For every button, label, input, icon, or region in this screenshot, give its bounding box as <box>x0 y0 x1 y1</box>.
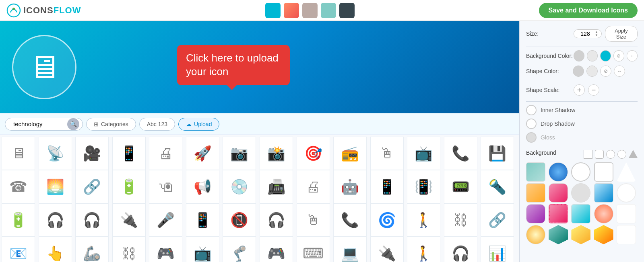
icon-cell[interactable]: 🚶 <box>407 237 440 262</box>
gloss-toggle[interactable] <box>526 132 537 143</box>
icon-cell[interactable]: 📳 <box>407 170 440 203</box>
icon-cell[interactable]: ☎ <box>2 170 35 203</box>
size-arrows[interactable]: ▲▼ <box>595 31 598 37</box>
icon-cell[interactable]: 🔋 <box>112 170 146 203</box>
icon-cell[interactable]: 🚶 <box>407 203 440 237</box>
bg-option[interactable] <box>526 162 545 182</box>
icon-cell[interactable]: 🎮 <box>149 237 182 262</box>
bg-color-no-icon[interactable]: ⊘ <box>613 50 624 61</box>
icon-cell[interactable]: 📞 <box>444 137 477 170</box>
bg-color-swatch-2[interactable] <box>587 50 598 61</box>
icon-cell[interactable]: 📷 <box>223 137 256 170</box>
icon-cell[interactable]: 🔌 <box>112 203 146 237</box>
bg-shape-square[interactable] <box>584 150 592 159</box>
bg-shape-circle[interactable] <box>606 150 615 159</box>
swatch-beige[interactable] <box>302 3 318 18</box>
icon-cell[interactable]: 🌀 <box>370 203 404 237</box>
hero-banner[interactable]: 🖥 Click here to upload your icon <box>0 21 519 113</box>
icon-cell[interactable]: 📡 <box>39 137 72 170</box>
icon-cell[interactable]: 🖱 <box>370 137 404 170</box>
swatch-dark[interactable] <box>339 3 355 18</box>
bg-option[interactable] <box>571 162 590 182</box>
icon-cell[interactable]: 📧 <box>2 237 35 262</box>
shape-color-picker-icon[interactable]: ↔ <box>614 66 625 77</box>
icon-cell[interactable]: 📢 <box>186 170 219 203</box>
bg-color-swatch-1[interactable] <box>574 50 584 61</box>
search-input[interactable] <box>11 118 67 130</box>
icon-cell[interactable]: 🎮 <box>260 237 293 262</box>
icon-cell[interactable]: 🔗 <box>75 170 109 203</box>
bg-shape-triangle[interactable] <box>629 150 638 158</box>
icon-cell[interactable]: ⌨ <box>297 237 330 262</box>
icon-cell[interactable]: 💾 <box>481 137 514 170</box>
bg-option[interactable] <box>594 225 613 244</box>
icon-cell[interactable]: 🎯 <box>297 137 330 170</box>
icon-cell[interactable]: 💿 <box>223 170 256 203</box>
bg-option[interactable] <box>617 162 636 182</box>
bg-option[interactable] <box>526 225 545 244</box>
icon-cell[interactable]: 💻 <box>333 237 367 262</box>
inner-shadow-toggle[interactable] <box>526 105 537 115</box>
bg-option[interactable] <box>549 225 568 244</box>
search-button[interactable]: 🔍 <box>67 118 79 130</box>
bg-option[interactable] <box>617 183 636 203</box>
icon-cell[interactable]: 📠 <box>260 170 293 203</box>
icon-cell[interactable]: 📊 <box>481 237 514 262</box>
icon-cell[interactable]: 🎧 <box>75 203 109 237</box>
icon-cell[interactable]: 📟 <box>444 170 477 203</box>
bg-option[interactable] <box>549 162 568 182</box>
bg-shape-circle-2[interactable] <box>617 150 626 159</box>
icon-cell[interactable]: 📞 <box>333 203 367 237</box>
bg-option[interactable] <box>526 183 545 203</box>
shape-color-swatch-2[interactable] <box>586 66 598 77</box>
bg-option[interactable] <box>526 204 545 223</box>
icon-cell[interactable]: 🎤 <box>149 203 182 237</box>
icon-cell[interactable]: 🎧 <box>39 203 72 237</box>
icon-cell[interactable]: 📺 <box>407 137 440 170</box>
bg-option[interactable] <box>571 183 590 203</box>
icon-cell[interactable]: 🦾 <box>75 237 109 262</box>
shape-color-swatch-1[interactable] <box>573 66 584 77</box>
icon-cell[interactable]: ⛓ <box>112 237 146 262</box>
icon-cell[interactable]: 🔦 <box>481 170 514 203</box>
upload-button[interactable]: ☁ Upload <box>178 118 219 131</box>
shape-color-no-icon[interactable]: ⊘ <box>600 66 611 77</box>
bg-color-picker-icon[interactable]: ↔ <box>627 50 638 61</box>
icon-cell[interactable]: 📻 <box>333 137 367 170</box>
icon-cell[interactable]: 🎧 <box>444 237 477 262</box>
categories-button[interactable]: ⊞ Categories <box>86 118 136 131</box>
icon-cell[interactable]: 🖲 <box>149 170 182 203</box>
swatch-cyan[interactable] <box>321 3 336 18</box>
upload-tooltip[interactable]: Click here to upload your icon <box>177 45 290 85</box>
swatch-orange[interactable] <box>284 3 299 18</box>
icon-cell[interactable]: 🚀 <box>186 137 219 170</box>
icon-cell[interactable]: 👆 <box>39 237 72 262</box>
icon-cell[interactable]: 📵 <box>223 203 256 237</box>
icon-cell[interactable]: 🖨 <box>297 170 330 203</box>
icon-cell[interactable]: 🦿 <box>223 237 256 262</box>
icon-cell[interactable]: 🔗 <box>481 203 514 237</box>
bg-option[interactable] <box>549 183 568 203</box>
bg-option[interactable] <box>594 162 613 182</box>
save-download-button[interactable]: Save and Download Icons <box>539 3 638 18</box>
icon-cell[interactable]: 📺 <box>186 237 219 262</box>
scale-minus-button[interactable]: − <box>588 84 599 96</box>
icon-cell[interactable]: 📱 <box>112 137 146 170</box>
icon-cell[interactable]: 🎧 <box>260 203 293 237</box>
icon-cell[interactable]: 🔋 <box>2 203 35 237</box>
icon-cell[interactable]: 🖥 <box>2 137 35 170</box>
bg-shape-rounded[interactable] <box>595 150 604 159</box>
icon-cell[interactable]: 🎥 <box>75 137 109 170</box>
bg-option[interactable] <box>594 204 613 223</box>
abc-button[interactable]: Abc 123 <box>139 118 175 131</box>
bg-color-swatch-3[interactable] <box>600 50 611 61</box>
icon-cell[interactable]: ⛓ <box>444 203 477 237</box>
icon-cell[interactable]: 📱 <box>186 203 219 237</box>
drop-shadow-toggle[interactable] <box>526 119 537 129</box>
size-input[interactable]: 128 <box>577 31 593 37</box>
icon-cell[interactable]: 📸 <box>260 137 293 170</box>
bg-option[interactable] <box>549 204 568 223</box>
icon-cell[interactable]: 🤖 <box>333 170 367 203</box>
apply-size-button[interactable]: Apply Size <box>605 26 638 42</box>
icon-cell[interactable]: 🌅 <box>39 170 72 203</box>
